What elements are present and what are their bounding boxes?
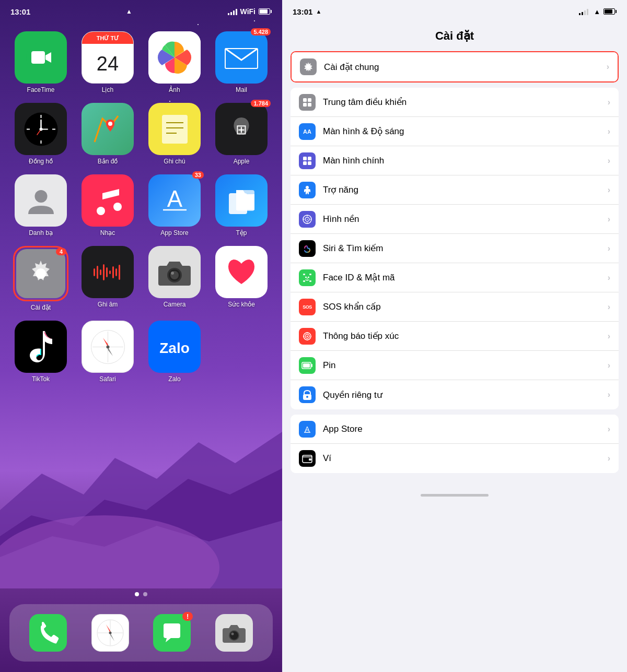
- app-apple[interactable]: ⊞ 1.784 Apple: [210, 103, 273, 165]
- right-status-bar: 13:01 ▲ ▲: [282, 0, 627, 23]
- settings-badge: 4: [56, 248, 66, 255]
- settings-row-wallet[interactable]: Ví ›: [291, 444, 619, 473]
- right-location-icon: ▲: [316, 8, 321, 15]
- svg-point-96: [307, 339, 308, 340]
- app-calendar[interactable]: THỨ TƯ 24 Lịch: [76, 31, 139, 93]
- mountain-background: [0, 380, 282, 588]
- settings-row-siri[interactable]: Siri & Tìm kiếm ›: [291, 234, 619, 263]
- zalo-label: Zalo: [168, 375, 180, 383]
- page-dots: [0, 592, 282, 596]
- settings-icon-exposure: [299, 328, 316, 345]
- svg-rect-46: [112, 266, 114, 278]
- settings-highlight-border: 4: [13, 246, 68, 301]
- settings-chevron-appstore: ›: [608, 425, 610, 434]
- app-health[interactable]: Sức khỏe: [210, 246, 273, 311]
- svg-rect-41: [97, 266, 98, 279]
- app-tiktok[interactable]: TikTok: [9, 321, 72, 383]
- svg-point-20: [108, 122, 112, 126]
- settings-icon-general: [300, 58, 317, 75]
- apple-badge: 1.784: [251, 100, 271, 107]
- settings-icon-control: [299, 94, 316, 111]
- svg-point-65: [230, 631, 238, 640]
- files-icon: [215, 174, 268, 227]
- tiktok-label: TikTok: [32, 375, 50, 383]
- dock-safari[interactable]: [91, 614, 129, 652]
- svg-rect-47: [115, 268, 117, 276]
- settings-label-control: Trung tâm điều khiển: [323, 97, 608, 108]
- settings-row-wallpaper[interactable]: Hình nền ›: [291, 205, 619, 234]
- app-settings[interactable]: 4 Cài đặt: [9, 246, 72, 311]
- calendar-label: Lịch: [102, 86, 113, 93]
- settings-icon-appstore: A: [299, 421, 316, 438]
- svg-point-66: [231, 633, 234, 635]
- app-contacts[interactable]: Danh bạ: [9, 174, 72, 237]
- settings-row-privacy[interactable]: Quyền riêng tư ›: [291, 380, 619, 409]
- apple-label: Apple: [234, 158, 250, 165]
- mail-badge: 5.428: [251, 28, 271, 36]
- dock-safari-icon: [91, 614, 129, 652]
- app-zalo[interactable]: Zalo Zalo: [143, 321, 206, 383]
- contacts-label: Danh bạ: [29, 229, 53, 237]
- settings-row-exposure[interactable]: Thông báo tiếp xúc ›: [291, 322, 619, 351]
- app-clock[interactable]: Đồng hồ: [9, 103, 72, 165]
- dock-camera[interactable]: [215, 614, 253, 652]
- settings-row-display[interactable]: AA Màn hình & Độ sáng ›: [291, 117, 619, 146]
- settings-label-general: Cài đặt chung: [324, 62, 607, 73]
- settings-icon: 4: [16, 249, 65, 298]
- app-music[interactable]: Nhạc: [76, 174, 139, 237]
- app-notes[interactable]: Ghi chú: [143, 103, 206, 165]
- settings-row-faceid[interactable]: Face ID & Mật mã ›: [291, 263, 619, 292]
- right-panel: 13:01 ▲ ▲ Cài đặt: [282, 0, 627, 672]
- svg-rect-40: [94, 268, 95, 276]
- app-appstore[interactable]: A 33 App Store: [143, 174, 206, 237]
- svg-point-17: [39, 127, 42, 131]
- settings-icon-privacy: [299, 386, 316, 403]
- app-facetime[interactable]: FaceTime: [9, 31, 72, 93]
- svg-rect-87: [309, 280, 311, 282]
- left-time: 13:01: [10, 7, 30, 16]
- app-photos[interactable]: Ảnh: [143, 31, 206, 93]
- settings-row-sos[interactable]: SOS SOS khẩn cấp ›: [291, 292, 619, 322]
- mail-icon: 5.428: [215, 31, 268, 84]
- settings-label-accessibility: Trợ năng: [323, 184, 608, 195]
- appstore-icon: A 33: [148, 174, 201, 227]
- svg-rect-106: [309, 458, 311, 461]
- settings-label-privacy: Quyền riêng tư: [323, 390, 608, 400]
- settings-icon-sos: SOS: [299, 299, 316, 315]
- settings-title: Cài đặt: [282, 23, 627, 51]
- left-panel: 13:01 ▲ WiFi FaceTime: [0, 0, 282, 672]
- svg-rect-71: [308, 103, 311, 107]
- app-camera[interactable]: Camera: [143, 246, 206, 311]
- svg-point-76: [306, 186, 309, 189]
- settings-label-battery: Pin: [323, 360, 608, 371]
- settings-row-general[interactable]: Cài đặt chung ›: [292, 52, 618, 81]
- right-time: 13:01: [293, 7, 312, 16]
- dock-phone-icon: [29, 614, 67, 652]
- dock-phone[interactable]: [29, 614, 67, 652]
- settings-row-control[interactable]: Trung tâm điều khiển ›: [291, 88, 619, 117]
- svg-rect-86: [303, 280, 305, 282]
- maps-label: Bản đồ: [98, 158, 118, 165]
- calendar-icon: THỨ TƯ 24: [82, 31, 134, 84]
- app-maps[interactable]: Bản đồ: [76, 103, 139, 165]
- settings-label-homescreen: Màn hình chính: [323, 156, 608, 166]
- svg-text:A: A: [167, 186, 182, 211]
- right-signal-icon: [579, 8, 588, 15]
- svg-rect-70: [303, 103, 307, 107]
- settings-group-general-highlighted: Cài đặt chung ›: [291, 51, 619, 82]
- left-status-icons: WiFi: [228, 7, 272, 16]
- appstore-label: App Store: [160, 229, 188, 237]
- settings-row-battery[interactable]: Pin ›: [291, 351, 619, 380]
- settings-row-homescreen[interactable]: Màn hình chính ›: [291, 146, 619, 175]
- app-recorder[interactable]: Ghi âm: [76, 246, 139, 311]
- mail-label: Mail: [236, 86, 247, 93]
- apple-icon: ⊞ 1.784: [215, 103, 268, 155]
- clock-icon: [15, 103, 67, 155]
- app-safari2[interactable]: Safari: [76, 321, 139, 383]
- settings-row-accessibility[interactable]: Trợ năng ›: [291, 175, 619, 205]
- dock-messages[interactable]: !: [153, 614, 191, 652]
- app-files[interactable]: Tệp: [210, 174, 273, 237]
- settings-row-appstore[interactable]: A App Store ›: [291, 415, 619, 444]
- app-mail[interactable]: 5.428 Mail: [210, 31, 273, 93]
- battery-icon: [259, 8, 272, 15]
